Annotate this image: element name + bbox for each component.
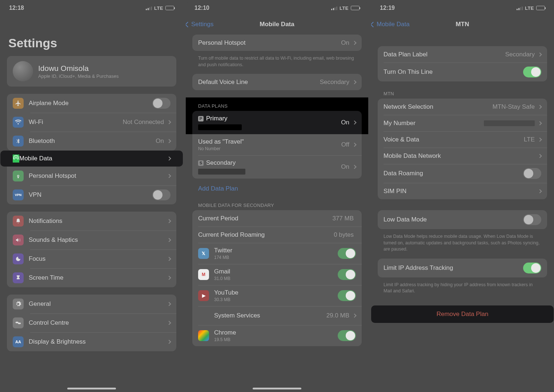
voice-data-row[interactable]: Voice & Data LTE [378, 131, 547, 148]
app-toggle[interactable] [338, 290, 356, 301]
nav-title: Mobile Data [260, 21, 294, 28]
personal-hotspot-row[interactable]: Personal Hotspot [7, 167, 176, 185]
row-label: Low Data Mode [384, 216, 523, 223]
network-label: LTE [525, 5, 534, 11]
chevron-icon [167, 219, 171, 223]
control-centre-row[interactable]: Control Centre [7, 313, 176, 332]
chevron-icon [167, 120, 171, 124]
row-label: Data Roaming [384, 170, 523, 177]
home-indicator[interactable] [67, 388, 116, 389]
secondary-plan-row[interactable]: S Secondary On [192, 155, 362, 179]
focus-row[interactable]: Focus [7, 249, 176, 268]
mobile-data-row[interactable]: Mobile Data [0, 151, 183, 167]
display-row[interactable]: AA Display & Brightness [7, 332, 176, 351]
chevron-icon [352, 143, 356, 147]
status-bar: 12:19 LTE [371, 0, 554, 16]
row-label: General [29, 300, 166, 308]
wifi-row[interactable]: Wi-Fi Not Connected [7, 113, 176, 132]
back-button[interactable]: Settings [186, 21, 213, 28]
default-voice-row[interactable]: Default Voice Line Secondary [192, 74, 362, 90]
turn-on-line-row[interactable]: Turn On This Line [378, 63, 547, 81]
chevron-icon [167, 276, 171, 280]
limit-ip-row[interactable]: Limit IP Address Tracking [378, 259, 547, 277]
signal-icon [331, 6, 337, 10]
display-icon: AA [13, 336, 24, 347]
app-toggle[interactable] [338, 269, 356, 280]
page-title: Settings [7, 16, 176, 56]
plan-badge: S [198, 160, 204, 166]
screen-time-row[interactable]: Screen Time [7, 268, 176, 287]
plan-label-card: Data Plan Label Secondary Turn On This L… [378, 46, 547, 81]
voice-line-card: Default Voice Line Secondary [192, 74, 362, 90]
chevron-icon [538, 121, 542, 125]
airplane-mode-row[interactable]: Airplane Mode [7, 94, 176, 113]
sim-pin-row[interactable]: SIM PIN [378, 183, 547, 199]
status-bar: 12:10 LTE [186, 0, 368, 16]
apple-id-row[interactable]: Idowu Omisola Apple ID, iCloud+, Media &… [7, 56, 176, 87]
data-plan-label-row[interactable]: Data Plan Label Secondary [378, 46, 547, 63]
row-label: SIM PIN [384, 188, 537, 195]
vpn-toggle[interactable] [152, 189, 170, 200]
row-label: Voice & Data [384, 136, 524, 143]
chevron-icon [167, 302, 171, 306]
notifications-row[interactable]: Notifications [7, 212, 176, 231]
app-usage-row[interactable]: ▶ YouTube 30.3 MB [192, 285, 362, 306]
vpn-row[interactable]: VPN VPN [7, 185, 176, 204]
mobile-data-content[interactable]: Personal Hotspot On Turn off mobile data… [186, 32, 368, 392]
general-row[interactable]: General [7, 295, 176, 313]
current-period-row[interactable]: Current Period 377 MB [192, 210, 362, 227]
redacted-number [198, 124, 242, 130]
limit-ip-toggle[interactable] [523, 263, 541, 273]
bluetooth-row[interactable]: Bluetooth On [7, 132, 176, 151]
status-bar: 12:18 LTE [0, 0, 183, 16]
network-selection-row[interactable]: Network Selection MTN-Stay Safe [378, 99, 547, 115]
primary-plan-row[interactable]: P Primary On [192, 111, 362, 134]
row-sublabel: No Number [198, 146, 341, 151]
sounds-row[interactable]: Sounds & Haptics [7, 231, 176, 249]
home-indicator[interactable] [253, 388, 301, 389]
avatar [13, 61, 33, 81]
my-number-row[interactable]: My Number [378, 115, 547, 131]
app-usage-row[interactable]: M Gmail 31.0 MB [192, 264, 362, 285]
mobile-data-network-row[interactable]: Mobile Data Network [378, 148, 547, 164]
back-button[interactable]: Mobile Data [371, 21, 410, 28]
row-value: On [341, 163, 349, 171]
personal-hotspot-row[interactable]: Personal Hotspot On [192, 35, 362, 51]
chrome-icon [198, 330, 209, 341]
app-toggle[interactable] [338, 248, 356, 259]
low-data-toggle[interactable] [523, 214, 541, 225]
app-name: YouTube [214, 289, 338, 296]
current-roaming-row[interactable]: Current Period Roaming 0 bytes [192, 227, 362, 243]
line-toggle[interactable] [523, 67, 541, 77]
carrier-card: Network Selection MTN-Stay Safe My Numbe… [378, 99, 547, 199]
other-plans-card: Used as "Travel" No Number Off S Seconda… [192, 134, 362, 179]
chevron-icon [352, 120, 356, 124]
speaker-icon [13, 235, 24, 245]
limit-ip-card: Limit IP Address Tracking [378, 259, 547, 277]
app-usage-row[interactable]: 𝕏 Twitter 174 MB [192, 243, 362, 264]
data-roaming-row[interactable]: Data Roaming [378, 164, 547, 183]
moon-icon [13, 253, 24, 264]
mtn-content[interactable]: Data Plan Label Secondary Turn On This L… [371, 32, 554, 392]
section-header: MOBILE DATA FOR SECONDARY [192, 200, 362, 210]
system-services-row[interactable]: System Services 29.0 MB [192, 306, 362, 325]
gmail-icon: M [198, 269, 209, 280]
row-label: System Services [214, 312, 326, 319]
roaming-toggle[interactable] [523, 168, 541, 179]
settings-content[interactable]: Settings Idowu Omisola Apple ID, iCloud+… [0, 16, 183, 392]
link-label: Add Data Plan [198, 185, 238, 192]
status-right: LTE [146, 5, 174, 11]
chevron-icon [352, 313, 356, 317]
remove-data-plan-button[interactable]: Remove Data Plan [371, 305, 554, 323]
travel-plan-row[interactable]: Used as "Travel" No Number Off [192, 134, 362, 155]
app-usage-row[interactable]: Chrome 19.5 MB [192, 325, 362, 346]
app-toggle[interactable] [338, 330, 356, 341]
app-size: 19.5 MB [214, 337, 338, 342]
app-name: Gmail [214, 268, 338, 275]
add-data-plan-button[interactable]: Add Data Plan [192, 181, 362, 197]
profile-name: Idowu Omisola [38, 64, 119, 73]
bell-icon [13, 216, 24, 227]
airplane-toggle[interactable] [152, 98, 170, 109]
back-label: Mobile Data [377, 21, 410, 28]
low-data-mode-row[interactable]: Low Data Mode [378, 210, 547, 229]
